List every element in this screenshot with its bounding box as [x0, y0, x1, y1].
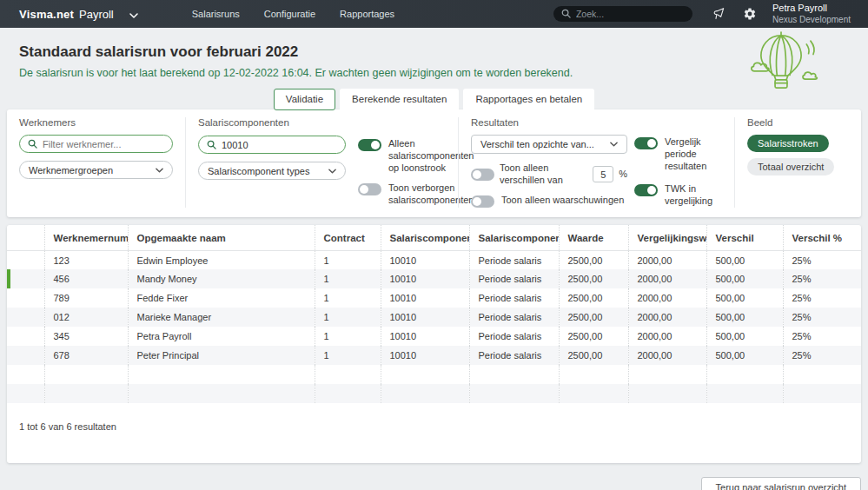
col-header-verschil-pct[interactable]: Verschil % — [783, 225, 861, 251]
filter-section-werknemers: Werknemers Werknemergroepen — [7, 117, 185, 208]
filter-panel: Werknemers Werknemergroepen Salariscompo… — [7, 109, 861, 217]
totaal-overzicht-button[interactable]: Totaal overzicht — [747, 158, 834, 175]
results-table: Werknemernummer Opgemaakte naam Contract… — [7, 225, 861, 404]
page-title: Standaard salarisrun voor februari 2022 — [19, 43, 849, 61]
brand-name: Visma.net — [19, 8, 74, 21]
werknemergroepen-dropdown-value: Werknemergroepen — [29, 165, 113, 175]
beeld-label: Beeld — [747, 117, 849, 128]
toggle-alleen-op-loonstrook[interactable] — [358, 139, 381, 151]
last-calculated-status: De salarisrun is voor het laat berekend … — [19, 67, 849, 79]
filter-section-resultaten: Resultaten Verschil ten opzichte van... … — [458, 117, 734, 208]
toggle-alleen-verschillen[interactable] — [471, 169, 494, 181]
toggle-alleen-waarschuwingen-label: Toon alleen waarschuwingen — [501, 195, 624, 207]
nav-item-salarisruns[interactable]: Salarisruns — [192, 9, 240, 19]
col-header-waarde[interactable]: Waarde — [559, 225, 628, 251]
table-row[interactable]: 789 Fedde Fixer 1 10010 Periode salaris … — [7, 288, 861, 308]
table-row[interactable] — [7, 384, 861, 403]
filter-section-beeld: Beeld Salarisstroken Totaal overzicht — [734, 117, 861, 208]
toggle-vergelijk-periode[interactable] — [634, 137, 658, 149]
user-organization: Nexus Development — [772, 15, 851, 26]
resultaten-label: Resultaten — [471, 117, 722, 128]
chevron-down-icon — [610, 142, 618, 147]
search-input[interactable] — [576, 9, 685, 19]
row-select-cell — [7, 365, 44, 384]
col-header-verschil[interactable]: Verschil — [706, 225, 783, 251]
run-tabs: Validatie Berekende resultaten Rapportag… — [0, 89, 868, 110]
results-card: Werknemernummer Opgemaakte naam Contract… — [7, 225, 861, 464]
announcements-icon[interactable] — [712, 7, 726, 21]
salariscomponent-search-input[interactable] — [222, 140, 337, 150]
brand-product: Payroll — [79, 8, 114, 21]
col-header-contract[interactable]: Contract — [315, 225, 381, 251]
werknemer-filter-field — [19, 135, 173, 153]
top-bar: Visma.net Payroll Salarisruns Configurat… — [0, 0, 868, 28]
toggle-twk-in-vergelijking-label: TWK in vergelijking — [665, 183, 722, 208]
salariscomponent-types-dropdown[interactable]: Salariscomponent types — [198, 162, 346, 180]
global-search[interactable] — [553, 6, 692, 22]
werknemer-filter-input[interactable] — [43, 139, 164, 149]
tab-rapportages-en-betalen[interactable]: Rapportages en betalen — [463, 89, 594, 110]
chevron-down-icon — [156, 168, 163, 173]
row-select-cell — [7, 250, 44, 269]
main-nav: Salarisruns Configuratie Rapportages — [192, 9, 394, 19]
search-icon — [561, 6, 571, 22]
table-row[interactable]: 456 Mandy Money 1 10010 Periode salaris … — [7, 269, 861, 288]
col-header-salariscomponent-naam[interactable]: Salariscomponent naam — [469, 225, 559, 251]
user-menu[interactable]: Petra Payroll Nexus Development — [772, 3, 851, 25]
filter-section-salariscomponenten: Salariscomponenten Salariscomponent type… — [185, 117, 458, 208]
percent-sign: % — [619, 169, 627, 181]
tab-berekende-resultaten[interactable]: Berekende resultaten — [340, 89, 459, 110]
toggle-alleen-verschillen-label: Toon alleen verschillen van — [500, 162, 587, 187]
salariscomponent-search-field — [198, 136, 346, 154]
hot-air-balloon-illustration — [734, 30, 828, 97]
toggle-verborgen-salariscomponenten[interactable] — [358, 183, 381, 195]
verschil-ten-opzichte-dropdown[interactable]: Verschil ten opzichte van... — [471, 135, 627, 154]
nav-item-rapportages[interactable]: Rapportages — [340, 9, 394, 19]
row-select-cell — [7, 384, 44, 403]
col-header-select — [7, 225, 44, 251]
chevron-down-icon — [328, 169, 336, 174]
verschil-ten-opzichte-value: Verschil ten opzichte van... — [480, 139, 594, 149]
table-row[interactable]: 678 Peter Principal 1 10010 Periode sala… — [7, 346, 861, 365]
row-select-cell — [7, 346, 44, 365]
salariscomponent-types-value: Salariscomponent types — [208, 166, 309, 176]
werknemers-label: Werknemers — [19, 117, 173, 128]
row-select-cell — [7, 308, 44, 327]
col-header-werknemernummer[interactable]: Werknemernummer — [44, 225, 128, 251]
toggle-twk-in-vergelijking[interactable] — [634, 184, 658, 196]
salariscomponenten-label: Salariscomponenten — [198, 117, 474, 129]
table-row[interactable]: 345 Petra Payroll 1 10010 Periode salari… — [7, 327, 861, 346]
row-select-cell — [7, 288, 44, 308]
chevron-down-icon — [129, 13, 138, 18]
row-select-cell — [7, 269, 44, 288]
salarisstroken-button[interactable]: Salarisstroken — [747, 135, 829, 152]
table-row[interactable] — [7, 365, 861, 384]
table-row[interactable]: 012 Marieke Manager 1 10010 Periode sala… — [7, 308, 861, 327]
toggle-vergelijk-periode-label: Vergelijk periode resultaten — [665, 136, 722, 172]
app-switcher[interactable]: Visma.net Payroll — [19, 8, 138, 21]
search-icon — [207, 137, 216, 153]
tab-validatie[interactable]: Validatie — [274, 89, 335, 110]
search-icon — [28, 136, 37, 152]
table-body: 123 Edwin Employee 1 10010 Periode salar… — [7, 250, 861, 403]
nav-item-configuratie[interactable]: Configuratie — [264, 9, 315, 19]
werknemergroepen-dropdown[interactable]: Werknemergroepen — [19, 161, 173, 179]
col-header-salariscomponent[interactable]: Salariscomponent▲ — [381, 225, 469, 251]
verschil-percentage-input[interactable] — [593, 166, 613, 182]
user-name: Petra Payroll — [772, 3, 851, 15]
row-select-cell — [7, 327, 44, 346]
back-to-salarisrun-overview-button[interactable]: Terug naar salarisrun overzicht — [701, 477, 861, 490]
table-row[interactable]: 123 Edwin Employee 1 10010 Periode salar… — [7, 250, 861, 269]
col-header-vergelijkingswaarde[interactable]: Vergelijkingswaarde — [628, 225, 706, 251]
toggle-alleen-waarschuwingen[interactable] — [471, 195, 494, 208]
gear-icon[interactable] — [743, 7, 757, 21]
table-header-row: Werknemernummer Opgemaakte naam Contract… — [7, 225, 861, 251]
results-summary: 1 tot 6 van 6 resultaten — [7, 403, 861, 463]
col-header-opgemaakte-naam[interactable]: Opgemaakte naam — [128, 225, 315, 251]
